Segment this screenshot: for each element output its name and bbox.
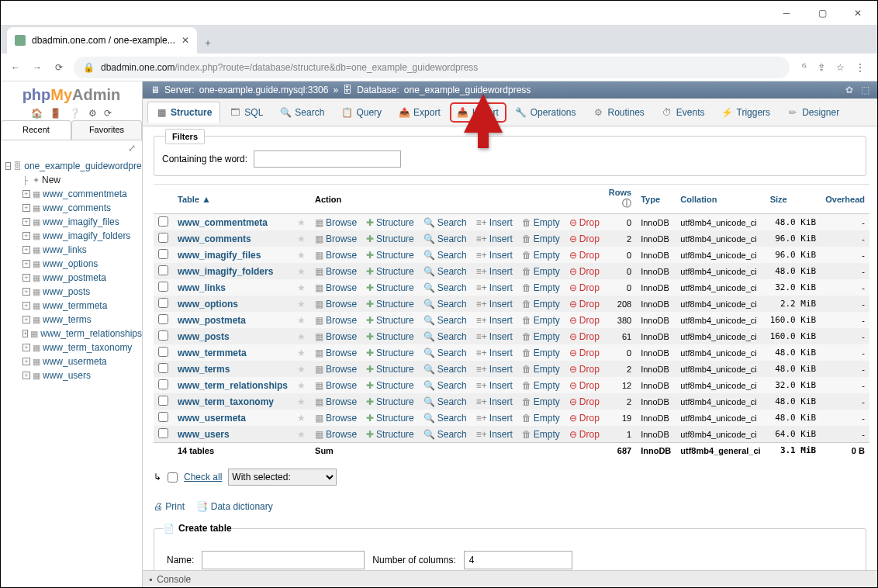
structure-action[interactable]: ✚ Structure — [366, 348, 414, 358]
favorite-star-icon[interactable]: ★ — [297, 233, 306, 244]
window-maximize-button[interactable]: ▢ — [804, 2, 840, 24]
structure-action[interactable]: ✚ Structure — [366, 282, 414, 293]
window-close-button[interactable]: ✕ — [840, 2, 876, 24]
col-type[interactable]: Type — [636, 185, 676, 214]
page-help-icon[interactable]: ⬚ — [861, 85, 869, 95]
insert-action[interactable]: ≡+ Insert — [476, 282, 513, 293]
table-name-link[interactable]: www_commentmeta — [178, 217, 268, 228]
col-overhead[interactable]: Overhead — [821, 185, 869, 214]
nav-table-item[interactable]: +▦www_imagify_files — [22, 215, 142, 229]
structure-action[interactable]: ✚ Structure — [366, 315, 414, 326]
row-checkbox[interactable] — [158, 233, 168, 243]
search-action[interactable]: 🔍 Search — [423, 348, 467, 358]
empty-action[interactable]: 🗑 Empty — [522, 233, 560, 244]
search-action[interactable]: 🔍 Search — [423, 266, 467, 277]
structure-action[interactable]: ✚ Structure — [366, 364, 414, 375]
search-action[interactable]: 🔍 Search — [423, 299, 467, 310]
tab-events[interactable]: ⏱Events — [654, 102, 713, 123]
gtranslate-icon[interactable]: ᴳ — [802, 62, 807, 73]
browse-action[interactable]: ▦ Browse — [315, 250, 357, 261]
favorite-star-icon[interactable]: ★ — [297, 299, 306, 310]
row-checkbox[interactable] — [158, 396, 168, 406]
drop-action[interactable]: ⊖ Drop — [569, 299, 600, 310]
tab-designer[interactable]: ✏Designer — [779, 102, 847, 123]
col-rows[interactable]: Rows ⓘ — [604, 185, 636, 214]
table-name-link[interactable]: www_usermeta — [178, 413, 246, 424]
empty-action[interactable]: 🗑 Empty — [522, 413, 560, 424]
structure-action[interactable]: ✚ Structure — [366, 429, 414, 440]
search-action[interactable]: 🔍 Search — [423, 396, 467, 407]
search-action[interactable]: 🔍 Search — [423, 250, 467, 261]
browse-action[interactable]: ▦ Browse — [315, 282, 357, 293]
drop-action[interactable]: ⊖ Drop — [569, 217, 600, 228]
favorite-star-icon[interactable]: ★ — [297, 331, 306, 342]
insert-action[interactable]: ≡+ Insert — [476, 429, 513, 440]
nav-table-item[interactable]: +▦www_terms — [22, 313, 142, 327]
favorite-star-icon[interactable]: ★ — [297, 429, 306, 440]
tab-close-icon[interactable]: ✕ — [181, 35, 189, 46]
drop-action[interactable]: ⊖ Drop — [569, 233, 600, 244]
browse-action[interactable]: ▦ Browse — [315, 331, 357, 342]
check-all-checkbox[interactable] — [168, 472, 178, 483]
crumb-db-link[interactable]: one_example_guidewordpress — [404, 85, 531, 95]
favorite-star-icon[interactable]: ★ — [297, 413, 306, 424]
back-button[interactable]: ← — [9, 62, 22, 73]
bookmark-icon[interactable]: ☆ — [836, 62, 845, 73]
tab-routines[interactable]: ⚙Routines — [585, 102, 652, 123]
table-name-link[interactable]: www_posts — [178, 331, 230, 342]
insert-action[interactable]: ≡+ Insert — [476, 266, 513, 277]
insert-action[interactable]: ≡+ Insert — [476, 315, 513, 326]
nav-table-item[interactable]: +▦www_usermeta — [22, 355, 142, 368]
table-name-link[interactable]: www_imagify_files — [178, 250, 261, 261]
create-cols-input[interactable] — [464, 551, 572, 569]
nav-db-node[interactable]: −🗄one_example_guidewordpress — [5, 159, 142, 173]
insert-action[interactable]: ≡+ Insert — [476, 348, 513, 358]
table-name-link[interactable]: www_options — [178, 299, 238, 310]
table-name-link[interactable]: www_postmeta — [178, 315, 246, 326]
empty-action[interactable]: 🗑 Empty — [522, 380, 560, 391]
browse-action[interactable]: ▦ Browse — [315, 429, 357, 440]
reload-button[interactable]: ⟳ — [52, 62, 66, 73]
drop-action[interactable]: ⊖ Drop — [569, 315, 600, 326]
nav-table-item[interactable]: +▦www_imagify_folders — [22, 229, 142, 243]
address-bar[interactable]: 🔒 dbadmin.one.com/index.php?route=/datab… — [74, 57, 790, 78]
browse-action[interactable]: ▦ Browse — [315, 364, 357, 375]
reload-nav-icon[interactable]: ⟳ — [104, 108, 112, 119]
row-checkbox[interactable] — [158, 412, 168, 422]
search-action[interactable]: 🔍 Search — [423, 364, 467, 375]
nav-table-item[interactable]: +▦www_comments — [22, 201, 142, 215]
drop-action[interactable]: ⊖ Drop — [569, 348, 600, 358]
empty-action[interactable]: 🗑 Empty — [522, 396, 560, 407]
table-name-link[interactable]: www_users — [178, 429, 230, 440]
logout-icon[interactable]: 🚪 — [50, 108, 61, 119]
empty-action[interactable]: 🗑 Empty — [522, 282, 560, 293]
table-name-link[interactable]: www_imagify_folders — [178, 266, 273, 277]
structure-action[interactable]: ✚ Structure — [366, 217, 414, 228]
structure-action[interactable]: ✚ Structure — [366, 299, 414, 310]
tab-structure[interactable]: ▦Structure — [147, 102, 220, 123]
search-action[interactable]: 🔍 Search — [423, 413, 467, 424]
drop-action[interactable]: ⊖ Drop — [569, 250, 600, 261]
drop-action[interactable]: ⊖ Drop — [569, 282, 600, 293]
insert-action[interactable]: ≡+ Insert — [476, 331, 513, 342]
browser-menu-icon[interactable]: ⋮ — [856, 62, 865, 73]
tab-query[interactable]: 📋Query — [334, 102, 389, 123]
table-name-link[interactable]: www_comments — [178, 233, 251, 244]
search-action[interactable]: 🔍 Search — [423, 233, 467, 244]
favorite-star-icon[interactable]: ★ — [297, 250, 306, 261]
nav-table-item[interactable]: +▦www_users — [22, 368, 142, 382]
structure-action[interactable]: ✚ Structure — [366, 233, 414, 244]
browse-action[interactable]: ▦ Browse — [315, 348, 357, 358]
tab-operations[interactable]: 🔧Operations — [508, 102, 584, 123]
search-action[interactable]: 🔍 Search — [423, 429, 467, 440]
tab-export[interactable]: 📤Export — [391, 102, 448, 123]
insert-action[interactable]: ≡+ Insert — [476, 233, 513, 244]
row-checkbox[interactable] — [158, 216, 168, 227]
insert-action[interactable]: ≡+ Insert — [476, 250, 513, 261]
nav-tab-recent[interactable]: Recent — [1, 120, 71, 140]
nav-table-item[interactable]: +▦www_term_taxonomy — [22, 341, 142, 355]
search-action[interactable]: 🔍 Search — [423, 217, 467, 228]
browse-action[interactable]: ▦ Browse — [315, 380, 357, 391]
nav-table-item[interactable]: +▦www_termmeta — [22, 299, 142, 313]
nav-table-item[interactable]: +▦www_term_relationships — [22, 327, 142, 341]
